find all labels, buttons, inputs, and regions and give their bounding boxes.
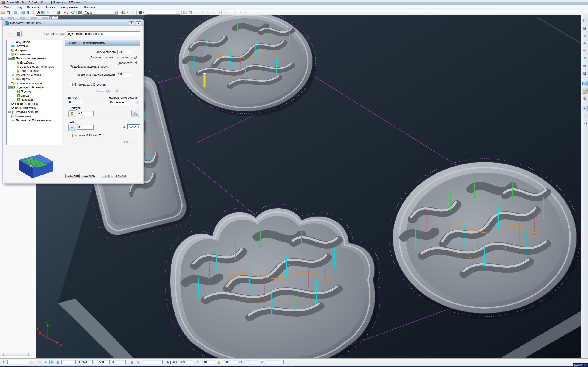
block-view-icon[interactable] [582, 81, 588, 86]
tree-toggle-icon[interactable] [9, 103, 10, 105]
check-field[interactable] [266, 360, 284, 364]
tree-toggle-icon[interactable]: − [9, 58, 10, 60]
tree-item[interactable]: − Подводы и Переходы [7, 85, 61, 90]
tree-item[interactable]: Примечания [7, 114, 61, 118]
tree-item[interactable]: Ось Фрезы [7, 77, 61, 81]
tree-toggle-icon[interactable]: + [9, 111, 10, 113]
pencil-y-icon[interactable]: ✎ [43, 360, 48, 364]
shaded-sphere-icon[interactable] [582, 88, 588, 94]
tree-toggle-icon[interactable] [9, 53, 10, 56]
strategy-tree[interactable]: СК Детали Заготовка Инструмент Ограничит… [6, 40, 62, 145]
chevron-down-icon[interactable]: ▼ [136, 100, 139, 104]
tool-holder-icon[interactable] [56, 10, 61, 15]
cusp-input[interactable] [127, 124, 140, 129]
chevron-down-icon[interactable]: ▼ [29, 361, 33, 364]
pencil-x-icon[interactable]: ✎ [37, 360, 42, 364]
workplane-combobox[interactable]: ▼ [146, 10, 180, 15]
tree-toggle-icon[interactable] [9, 82, 10, 84]
scrollbar-thumb[interactable] [4, 354, 28, 356]
curve-box-icon[interactable]: ▱ [211, 10, 215, 15]
curve-star-icon[interactable]: ✩ [200, 10, 205, 15]
tool-axis-icon[interactable]: ✎ [46, 10, 50, 15]
tree-item[interactable]: Ограничить [7, 52, 61, 56]
calculate-button[interactable]: Вычислить [65, 174, 80, 178]
tree-toggle-icon[interactable] [14, 99, 16, 101]
strategy-combobox[interactable]: Растр ▼ [83, 10, 118, 15]
toolbar-flask-icon[interactable] [13, 10, 18, 15]
scroll-left-icon[interactable]: ◄ [0, 353, 4, 356]
simulate-icon[interactable]: ▶❙ [167, 360, 172, 364]
tolerance-input[interactable] [68, 100, 83, 104]
queue-button[interactable]: В очередь [81, 174, 95, 178]
scroll-right-icon[interactable]: ► [28, 353, 32, 356]
wireframe-globe-icon[interactable]: ◍ [582, 96, 588, 101]
ball-tool-icon[interactable] [36, 10, 40, 15]
save-gray-icon[interactable] [188, 10, 192, 15]
probe-field[interactable] [142, 360, 163, 364]
select-box-icon[interactable]: ➤ [582, 106, 588, 111]
ok-button[interactable]: ОК [102, 174, 113, 178]
tree-toggle-icon[interactable] [14, 95, 16, 97]
tree-item[interactable]: Заготовка [7, 44, 61, 48]
tree-toggle-icon[interactable]: − [9, 86, 10, 89]
tree-item[interactable]: Безопасные высоты [7, 81, 61, 85]
help-button[interactable]: ? [129, 21, 134, 25]
tree-item[interactable]: Авто Проверка [7, 69, 61, 73]
scissors-icon[interactable]: ✂ [126, 10, 130, 15]
tree-item[interactable]: Отвод [7, 94, 61, 98]
thickness-surface-icon[interactable] [131, 110, 139, 117]
circle-pen-icon[interactable]: ◯ [223, 10, 227, 15]
eraser-icon[interactable]: ◺ [228, 10, 233, 15]
model-block-icon[interactable] [21, 10, 25, 15]
zoom-previous-icon[interactable]: ↶ [582, 48, 588, 53]
raster-preview-icon[interactable] [78, 10, 82, 15]
tree-toggle-icon[interactable] [9, 49, 10, 51]
stepover-input[interactable] [77, 125, 94, 130]
redo-icon[interactable]: ↷ [238, 10, 242, 15]
view-iso-icon[interactable]: ◆▼ [582, 40, 588, 46]
z-levels-icon[interactable]: ∏ [26, 10, 30, 15]
hand-icon[interactable]: ☛ [69, 124, 76, 131]
menu-insert[interactable]: Вставить [25, 5, 42, 9]
scissors-2-icon[interactable]: ✂ [243, 10, 248, 15]
tree-toggle-icon[interactable] [9, 115, 10, 117]
curve-blob-icon[interactable]: ◌ [195, 10, 200, 15]
recycle-icon[interactable]: ♻ [7, 31, 14, 37]
tree-toggle-icon[interactable] [14, 70, 16, 72]
zoom-box-icon[interactable]: ⊡ [582, 71, 588, 76]
cut-direction-select[interactable]: Встречное ▼ [109, 100, 140, 105]
menu-display[interactable]: Покажи [42, 5, 57, 9]
tree-item[interactable]: − Плоскости смещением [7, 56, 61, 60]
tree-item[interactable]: Начальная точка [7, 102, 61, 106]
tree-toggle-icon[interactable] [9, 74, 10, 76]
workplane-select[interactable]: 3 ▼ [7, 360, 33, 364]
zoom-full-icon[interactable]: ⊠ [582, 63, 588, 69]
close-x-icon[interactable]: x [131, 10, 135, 15]
tree-item[interactable]: Размещение точек [7, 73, 61, 77]
tree-toggle-icon[interactable] [9, 78, 10, 80]
tree-item[interactable]: Инструмент [7, 48, 61, 52]
toolpath-name-input[interactable] [67, 31, 140, 36]
view-wireframe-icon[interactable]: ▢ [582, 18, 588, 23]
undo-icon[interactable]: ↶ [233, 10, 237, 15]
view-shaded-icon[interactable]: ■ [582, 33, 588, 38]
menu-help[interactable]: Помощь [81, 5, 97, 9]
nc-program-icon[interactable] [71, 10, 75, 15]
final-z-checkbox[interactable] [69, 134, 73, 137]
flatness-input[interactable] [117, 50, 132, 54]
dialog-titlebar[interactable]: Плоскости Смещением [3, 20, 143, 26]
approach-dist-input[interactable] [117, 72, 132, 77]
active-tool-icon[interactable] [121, 10, 125, 15]
strategies-icon[interactable] [15, 31, 22, 37]
close-x-2-icon[interactable]: x [248, 10, 253, 15]
open-icon[interactable] [1, 10, 5, 15]
tree-item[interactable]: Доработка [7, 60, 61, 65]
save-icon[interactable] [6, 10, 10, 15]
tree-item[interactable]: Переходы [7, 98, 61, 102]
curve-spring-icon[interactable]: 〰 [206, 10, 210, 15]
tree-toggle-icon[interactable] [14, 62, 16, 64]
tree-toggle-icon[interactable] [9, 119, 10, 122]
tree-toggle-icon[interactable] [9, 107, 10, 109]
close-toolbar-icon[interactable]: ✕ [582, 121, 588, 126]
tree-toggle-icon[interactable] [14, 66, 16, 68]
